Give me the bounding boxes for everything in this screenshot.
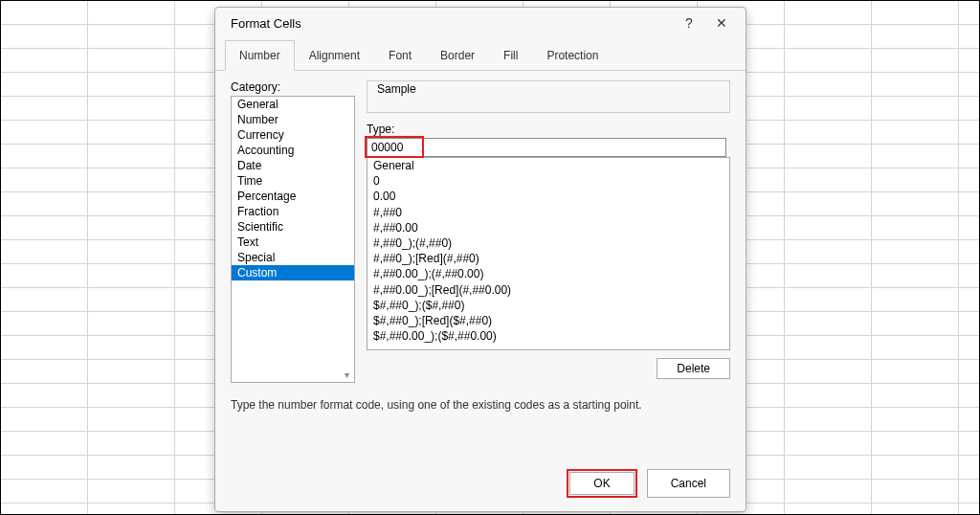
dialog-button-bar: OK Cancel <box>215 459 746 511</box>
tab-strip: Number Alignment Font Border Fill Protec… <box>215 38 746 71</box>
format-code-item[interactable]: 0.00 <box>368 189 729 204</box>
category-item[interactable]: Percentage <box>232 189 354 204</box>
sample-box: Sample <box>367 80 730 113</box>
format-code-item[interactable]: $#,##0_);[Red]($#,##0) <box>368 313 729 328</box>
category-item[interactable]: Accounting <box>232 143 354 158</box>
category-item[interactable]: General <box>232 97 354 112</box>
format-code-item[interactable]: #,##0_);(#,##0) <box>368 235 729 251</box>
type-input[interactable] <box>367 138 726 157</box>
category-item[interactable]: Time <box>232 173 354 189</box>
sample-label: Sample <box>375 82 418 96</box>
category-label: Category: <box>231 80 355 94</box>
format-code-listbox[interactable]: General 0 0.00 #,##0 #,##0.00 #,##0_);(#… <box>367 157 730 350</box>
category-listbox[interactable]: General Number Currency Accounting Date … <box>231 96 355 383</box>
tab-font[interactable]: Font <box>374 40 426 71</box>
tab-fill[interactable]: Fill <box>489 40 532 71</box>
tab-border[interactable]: Border <box>426 40 489 71</box>
type-label: Type: <box>367 123 730 136</box>
format-code-item[interactable]: 0 <box>368 173 729 189</box>
ok-button[interactable]: OK <box>569 472 634 495</box>
category-item[interactable]: Fraction <box>232 204 354 219</box>
category-item[interactable]: Date <box>232 158 354 173</box>
category-item[interactable]: Scientific <box>232 219 354 235</box>
category-item-selected[interactable]: Custom <box>232 265 354 280</box>
cancel-button[interactable]: Cancel <box>647 469 730 498</box>
format-code-item[interactable]: #,##0_);[Red](#,##0) <box>368 251 729 266</box>
dialog-titlebar: Format Cells ? ✕ <box>215 8 746 38</box>
close-button[interactable]: ✕ <box>705 10 738 36</box>
format-code-item[interactable]: #,##0.00_);(#,##0.00) <box>368 266 729 281</box>
tab-number[interactable]: Number <box>225 40 295 71</box>
format-code-item[interactable]: #,##0.00_);[Red](#,##0.00) <box>368 282 729 298</box>
format-code-item[interactable]: #,##0 <box>368 205 729 220</box>
category-item[interactable]: Text <box>232 235 354 250</box>
format-cells-dialog: Format Cells ? ✕ Number Alignment Font B… <box>214 7 746 512</box>
category-item[interactable]: Number <box>232 112 354 127</box>
chevron-down-icon: ▾ <box>340 368 353 381</box>
category-item[interactable]: Special <box>232 250 354 265</box>
number-panel: Category: General Number Currency Accoun… <box>215 71 746 459</box>
dialog-title: Format Cells <box>231 16 673 31</box>
category-item[interactable]: Currency <box>232 127 354 143</box>
delete-button[interactable]: Delete <box>657 358 730 379</box>
format-code-item[interactable]: $#,##0.00_);($#,##0.00) <box>368 328 729 344</box>
format-code-item[interactable]: #,##0.00 <box>368 220 729 235</box>
highlight-annotation: OK <box>567 469 636 498</box>
tab-protection[interactable]: Protection <box>532 40 612 71</box>
tab-alignment[interactable]: Alignment <box>295 40 374 71</box>
hint-text: Type the number format code, using one o… <box>231 383 730 412</box>
format-code-item[interactable]: $#,##0_);($#,##0) <box>368 298 729 313</box>
format-code-item[interactable]: General <box>368 158 729 173</box>
help-button[interactable]: ? <box>673 10 705 36</box>
